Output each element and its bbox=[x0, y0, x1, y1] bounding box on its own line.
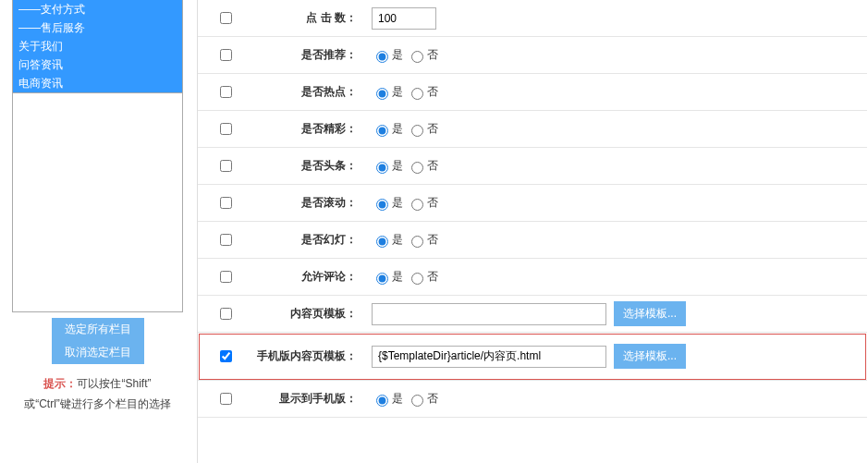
row-checkbox[interactable] bbox=[220, 160, 232, 172]
row-best: 是否精彩： 是 否 bbox=[198, 111, 867, 148]
row-slide: 是否幻灯： 是 否 bbox=[198, 222, 867, 259]
radio-no[interactable] bbox=[411, 236, 423, 248]
radio-group: 是 否 bbox=[372, 121, 440, 137]
mobile-template-input[interactable] bbox=[372, 346, 606, 368]
radio-yes[interactable] bbox=[376, 236, 388, 248]
tip-prefix: 提示： bbox=[43, 377, 77, 390]
radio-yes[interactable] bbox=[376, 125, 388, 137]
category-listbox[interactable]: ——支付方式 ——售后服务 关于我们 问答资讯 电商资讯 bbox=[12, 0, 183, 93]
radio-yes[interactable] bbox=[376, 199, 388, 211]
radio-group: 是 否 bbox=[372, 195, 440, 211]
row-checkbox[interactable] bbox=[220, 86, 232, 98]
row-label: 点 击 数： bbox=[253, 10, 361, 26]
radio-no[interactable] bbox=[411, 395, 423, 407]
radio-no[interactable] bbox=[411, 162, 423, 174]
template-input[interactable] bbox=[372, 303, 606, 325]
radio-yes[interactable] bbox=[376, 395, 388, 407]
radio-no[interactable] bbox=[411, 199, 423, 211]
sidebar: ——支付方式 ——售后服务 关于我们 问答资讯 电商资讯 选定所有栏目 取消选定… bbox=[12, 0, 183, 414]
row-checkbox[interactable] bbox=[220, 234, 232, 246]
radio-group: 是 否 bbox=[372, 232, 440, 248]
row-label: 允许评论： bbox=[253, 269, 361, 285]
row-template: 内容页模板： 选择模板... bbox=[198, 296, 867, 333]
row-comment: 允许评论： 是 否 bbox=[198, 259, 867, 296]
hits-input[interactable] bbox=[372, 7, 436, 30]
radio-yes[interactable] bbox=[376, 51, 388, 63]
deselect-button[interactable]: 取消选定栏目 bbox=[52, 341, 144, 364]
row-checkbox[interactable] bbox=[220, 197, 232, 209]
row-headline: 是否头条： 是 否 bbox=[198, 148, 867, 185]
row-label: 显示到手机版： bbox=[253, 391, 361, 407]
row-checkbox[interactable] bbox=[220, 393, 232, 405]
row-checkbox[interactable] bbox=[220, 271, 232, 283]
radio-no[interactable] bbox=[411, 88, 423, 100]
row-checkbox[interactable] bbox=[220, 350, 232, 362]
row-label: 内容页模板： bbox=[253, 306, 361, 322]
row-hot: 是否热点： 是 否 bbox=[198, 74, 867, 111]
row-label: 是否头条： bbox=[253, 158, 361, 174]
row-mobile-template: 手机版内容页模板： 选择模板... bbox=[198, 333, 867, 381]
row-label: 是否精彩： bbox=[253, 121, 361, 137]
row-checkbox[interactable] bbox=[220, 308, 232, 320]
radio-group: 是 否 bbox=[372, 158, 440, 174]
radio-no[interactable] bbox=[411, 273, 423, 285]
row-hits: 点 击 数： bbox=[198, 0, 867, 37]
row-label: 是否热点： bbox=[253, 84, 361, 100]
category-item[interactable]: 关于我们 bbox=[13, 37, 182, 55]
row-label: 是否滚动： bbox=[253, 195, 361, 211]
radio-no[interactable] bbox=[411, 125, 423, 137]
row-show-mobile: 显示到手机版： 是 否 bbox=[198, 381, 867, 418]
row-recommend: 是否推荐： 是 否 bbox=[198, 37, 867, 74]
radio-group: 是 否 bbox=[372, 269, 440, 285]
radio-yes[interactable] bbox=[376, 162, 388, 174]
category-item[interactable]: 问答资讯 bbox=[13, 55, 182, 74]
tip-text: 提示：可以按住“Shift” 或“Ctrl”键进行多个栏目的选择 bbox=[12, 373, 183, 414]
radio-group: 是 否 bbox=[372, 47, 440, 63]
form-area: 点 击 数： 是否推荐： 是 否 是否热点： 是 否 是否精彩： bbox=[197, 0, 867, 463]
radio-group: 是 否 bbox=[372, 391, 440, 407]
row-label: 手机版内容页模板： bbox=[253, 348, 361, 364]
category-item[interactable]: 电商资讯 bbox=[13, 74, 182, 92]
radio-group: 是 否 bbox=[372, 84, 440, 100]
row-label: 是否推荐： bbox=[253, 47, 361, 63]
category-item[interactable]: ——售后服务 bbox=[13, 18, 182, 37]
choose-template-button[interactable]: 选择模板... bbox=[614, 344, 686, 369]
row-checkbox[interactable] bbox=[220, 49, 232, 61]
radio-yes[interactable] bbox=[376, 273, 388, 285]
choose-template-button[interactable]: 选择模板... bbox=[614, 301, 686, 326]
radio-no[interactable] bbox=[411, 51, 423, 63]
category-listbox-empty bbox=[12, 93, 183, 312]
row-checkbox[interactable] bbox=[220, 123, 232, 135]
category-item[interactable]: ——支付方式 bbox=[13, 0, 182, 18]
row-checkbox[interactable] bbox=[220, 12, 232, 24]
row-label: 是否幻灯： bbox=[253, 232, 361, 248]
row-scroll: 是否滚动： 是 否 bbox=[198, 185, 867, 222]
select-all-button[interactable]: 选定所有栏目 bbox=[52, 318, 144, 341]
radio-yes[interactable] bbox=[376, 88, 388, 100]
